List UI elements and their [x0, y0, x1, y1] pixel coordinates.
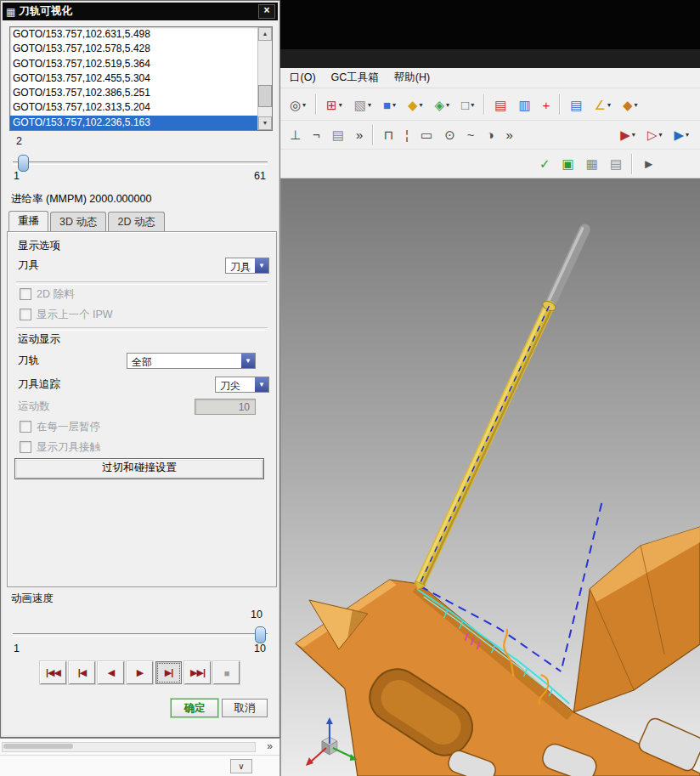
csys-orient-icon[interactable]: ∠▾ [590, 92, 615, 117]
checkbox-show-contact[interactable]: 显示刀具接触 [20, 439, 100, 455]
stop-button[interactable]: ■ [213, 661, 240, 684]
checkbox-box[interactable] [20, 309, 31, 320]
toolpath-combo-arrow-icon[interactable]: ▼ [241, 354, 255, 368]
replay-toolpath-icon[interactable]: ▷▾ [643, 122, 667, 148]
snap-spline-icon[interactable]: ~ [463, 122, 479, 148]
ok-button[interactable]: 确定 [171, 699, 218, 717]
goto-list-item[interactable]: GOTO/153.757,102.519,5.364 [10, 57, 257, 71]
menu-window[interactable]: 口(O) [282, 69, 324, 87]
goto-list-item[interactable]: GOTO/153.757,102.313,5.204 [10, 100, 257, 115]
motion-count-field[interactable]: 10 [195, 399, 256, 415]
panel-expander-button[interactable]: ∨ [230, 759, 252, 773]
verify-grid-icon[interactable]: ▦ [582, 151, 602, 177]
toolbar-separator [631, 154, 633, 174]
play-backward-button[interactable]: ◀ [98, 661, 124, 684]
more-commands-icon[interactable]: » [352, 122, 367, 148]
speed-min-label: 1 [14, 643, 20, 654]
scrollbar-track[interactable] [258, 41, 272, 116]
postprocess-icon[interactable]: ▶▾ [669, 122, 693, 148]
dialog-title: 刀轨可视化 [19, 4, 258, 19]
wcs-origin-icon[interactable]: + [539, 92, 555, 117]
checkbox-box[interactable] [20, 288, 31, 300]
snap-center-icon[interactable]: ⊙ [440, 122, 460, 148]
graphics-window[interactable] [280, 178, 700, 776]
goto-list-item[interactable]: GOTO/153.757,102.578,5.428 [10, 42, 257, 56]
tracking-combo-arrow-icon[interactable]: ▼ [255, 377, 268, 392]
tab-bar: 重播 3D 动态 2D 动态 [8, 213, 167, 231]
tool-combo[interactable]: 刀具 ▼ [225, 258, 269, 274]
measure-icon[interactable]: ◆▾ [618, 92, 642, 117]
machine-flag-icon[interactable]: ► [638, 151, 659, 177]
blank-view-icon[interactable]: □▾ [457, 92, 478, 117]
paste-display-icon[interactable]: ▥ [514, 92, 534, 117]
goto-list-item[interactable]: GOTO/153.757,102.455,5.304 [10, 71, 257, 86]
toolpath-combo[interactable]: 全部 ▼ [127, 353, 256, 369]
tab-2d-dynamic[interactable]: 2D 动态 [108, 212, 164, 231]
selection-scope-icon[interactable]: ⊥ [285, 122, 305, 148]
scrollbar-thumb[interactable] [258, 85, 272, 107]
progress-slider-track[interactable] [13, 161, 268, 165]
checkbox-2d-removal[interactable]: 2D 除料 [20, 286, 74, 302]
speed-slider-track[interactable] [13, 633, 268, 637]
step-forward-button[interactable]: ▶| [155, 661, 182, 684]
copy-display-icon[interactable]: ▤ [490, 92, 511, 117]
checkbox-box[interactable] [20, 441, 31, 453]
goto-list-item[interactable]: GOTO/153.757,102.236,5.163 [10, 116, 257, 130]
find-icon[interactable]: ◎▾ [285, 92, 310, 117]
animation-speed-slider[interactable] [13, 626, 268, 643]
tab-replay[interactable]: 重播 [8, 211, 48, 232]
toolpath-combo-value: 全部 [127, 354, 241, 368]
checkbox-box[interactable] [20, 421, 31, 433]
generate-toolpath-icon[interactable]: ▶▾ [616, 122, 640, 148]
replay-tab-panel: 显示选项 刀具 刀具 ▼ 2D 除料 显示上一个 IPW [7, 231, 277, 587]
tracking-combo[interactable]: 刀尖 ▼ [215, 377, 269, 393]
goto-list-item[interactable]: GOTO/153.757,102.631,5.498 [10, 27, 257, 42]
goto-list-item[interactable]: GOTO/153.757,102.386,5.251 [10, 86, 257, 100]
speed-slider-handle[interactable] [255, 626, 266, 643]
snap-endpoint-icon[interactable]: ⊓ [379, 122, 398, 148]
verify-check-icon[interactable]: ✓ [535, 151, 555, 177]
dialog-titlebar[interactable]: ▦ 刀轨可视化 × [3, 3, 278, 20]
cancel-button[interactable]: 取消 [222, 699, 268, 717]
snap-bounded-icon[interactable]: ▭ [416, 122, 437, 148]
toolbar-separator [559, 94, 561, 115]
list-scrollbar[interactable]: ▲ ▼ [257, 27, 272, 130]
horizontal-scrollbar-thumb[interactable] [3, 744, 73, 749]
close-button[interactable]: × [258, 4, 275, 19]
display-options-label: 显示选项 [18, 239, 60, 253]
step-back-button[interactable]: |◀ [69, 661, 95, 684]
scroll-up-icon[interactable]: ▲ [258, 27, 272, 41]
tab-3d-dynamic[interactable]: 3D 动态 [50, 212, 106, 231]
point-dialog-icon[interactable]: ⊞▾ [322, 92, 347, 117]
scroll-down-icon[interactable]: ▼ [258, 116, 272, 130]
go-to-end-button[interactable]: ▶▶| [184, 661, 211, 684]
play-forward-button[interactable]: ▶ [127, 661, 153, 684]
menu-gc-toolbox[interactable]: GC工具箱 [324, 69, 387, 87]
goto-listbox: GOTO/153.757,102.631,5.498GOTO/153.757,1… [9, 26, 273, 131]
menu-help[interactable]: 帮助(H) [387, 69, 438, 87]
datum-plane-icon[interactable]: ◆▾ [404, 92, 427, 117]
checkbox-pause-each-level[interactable]: 在每一层暂停 [20, 419, 100, 434]
erase-icon[interactable]: ▧▾ [350, 92, 375, 117]
solid-body-icon[interactable]: ■▾ [379, 92, 400, 117]
snap-quadrant-icon[interactable]: ◑ [483, 122, 499, 148]
snap-midpoint-icon[interactable]: ¦ [401, 122, 413, 148]
top-face-icon[interactable]: ¬ [308, 122, 325, 148]
verify-list-icon[interactable]: ▤ [606, 151, 626, 177]
progress-slider-handle[interactable] [18, 155, 29, 172]
note-icon[interactable]: ▤ [328, 122, 348, 148]
overflow-chevron-icon[interactable]: » [267, 740, 273, 752]
divider [0, 755, 279, 756]
separator [16, 327, 268, 331]
checkbox-show-ipw[interactable]: 显示上一个 IPW [20, 307, 113, 322]
more-snaps-icon[interactable]: » [502, 122, 517, 148]
horizontal-scrollbar[interactable] [2, 742, 256, 752]
progress-slider[interactable] [13, 154, 268, 171]
tool-combo-arrow-icon[interactable]: ▼ [255, 258, 268, 273]
verify-workpiece-icon[interactable]: ▣ [558, 151, 579, 177]
layer-settings-icon[interactable]: ▤ [566, 92, 586, 117]
gouge-collision-settings-button[interactable]: 过切和碰撞设置 [14, 458, 264, 479]
view-orient-icon[interactable]: ◈▾ [431, 92, 454, 117]
go-to-start-button[interactable]: |◀◀ [40, 661, 66, 684]
speed-max-label: 10 [254, 643, 266, 654]
